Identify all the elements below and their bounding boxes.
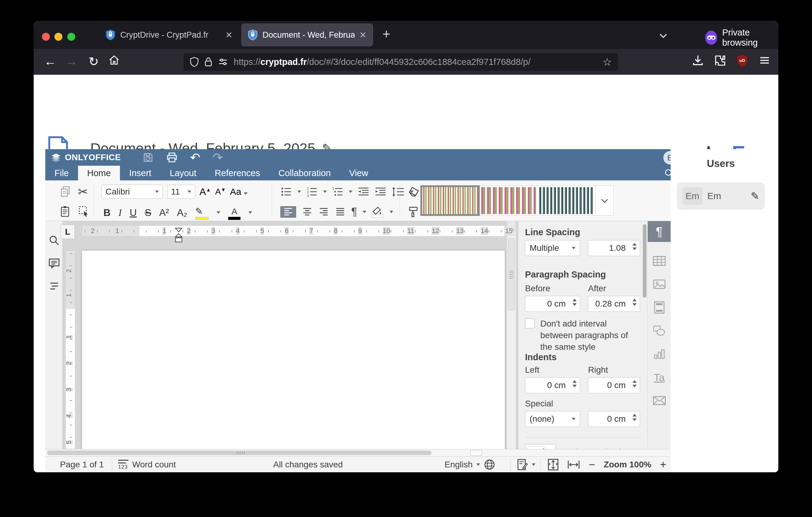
copy-style-button[interactable]	[408, 206, 419, 218]
subscript-button[interactable]: A₂	[177, 207, 187, 218]
justify-button[interactable]	[335, 207, 346, 217]
numbered-list-button[interactable]: 123	[306, 186, 318, 197]
align-right-button[interactable]	[318, 207, 329, 217]
special-select[interactable]: (none)	[525, 411, 580, 427]
user-card[interactable]: Em Em ✎	[677, 182, 765, 210]
background-color-swatch[interactable]	[525, 444, 556, 449]
strikethrough-button[interactable]: S	[145, 207, 151, 218]
globe-icon[interactable]	[484, 459, 495, 470]
line-spacing-value-spinner[interactable]: 1.08	[588, 240, 640, 256]
shape-settings-tab[interactable]	[648, 320, 671, 341]
style-preview-2[interactable]	[480, 187, 536, 214]
menu-file[interactable]: File	[45, 166, 78, 181]
decrease-indent-button[interactable]	[357, 186, 370, 197]
menu-layout[interactable]: Layout	[161, 166, 206, 181]
bold-button[interactable]: B	[104, 207, 111, 218]
reload-button[interactable]: ↻	[86, 55, 101, 69]
clear-style-button[interactable]	[408, 186, 420, 197]
permissions-icon[interactable]	[218, 57, 228, 67]
window-minimize-button[interactable]	[55, 33, 62, 41]
superscript-button[interactable]: A²	[159, 207, 169, 218]
ublock-origin-icon[interactable]: uO	[736, 54, 749, 67]
copy-icon[interactable]	[60, 186, 71, 198]
tab-close-icon[interactable]: ✕	[359, 30, 367, 40]
line-spacing-button[interactable]	[392, 186, 405, 197]
highlight-color-button[interactable]: ✎	[195, 206, 209, 220]
forward-button[interactable]: →	[64, 55, 79, 68]
edit-user-pencil-icon[interactable]: ✎	[751, 190, 760, 202]
language-selector[interactable]: English	[444, 457, 495, 472]
underline-button[interactable]: U	[130, 207, 137, 218]
print-icon[interactable]	[166, 152, 178, 163]
increase-indent-button[interactable]	[375, 186, 387, 197]
track-changes-button[interactable]	[517, 457, 535, 472]
mailmerge-settings-tab[interactable]	[648, 390, 671, 411]
menu-view[interactable]: View	[340, 166, 377, 181]
vertical-scroll-thumb[interactable]	[508, 238, 515, 310]
panel-scrollbar[interactable]	[643, 224, 646, 298]
align-left-button[interactable]	[280, 206, 296, 218]
fit-page-button[interactable]	[548, 459, 559, 471]
word-count-button[interactable]: 123 Word count	[118, 457, 176, 472]
back-button[interactable]: ←	[43, 55, 58, 68]
find-icon[interactable]	[48, 235, 60, 246]
paragraph-marks-button[interactable]: ¶	[351, 206, 357, 218]
new-tab-button[interactable]: +	[382, 26, 390, 42]
tab-stop-selector[interactable]: L	[61, 225, 75, 239]
tab-document-active[interactable]: Document - Wed, February 5, 20 ✕	[242, 24, 373, 46]
indent-marker[interactable]	[174, 227, 183, 244]
indent-right-spinner[interactable]: 0 cm	[588, 377, 640, 393]
h-ruler[interactable]: 21123456789101112131415	[82, 225, 505, 237]
paste-icon[interactable]	[60, 205, 71, 217]
spacing-after-spinner[interactable]: 0.28 cm	[588, 296, 640, 312]
menu-references[interactable]: References	[206, 166, 269, 181]
navigation-headings-icon[interactable]	[48, 281, 60, 291]
headerfooter-settings-tab[interactable]	[648, 297, 671, 318]
undo-icon[interactable]: ↶	[190, 151, 200, 164]
window-zoom-button[interactable]	[67, 33, 75, 41]
zoom-out-button[interactable]: −	[589, 458, 595, 471]
menu-home[interactable]: Home	[78, 166, 120, 181]
downloads-icon[interactable]	[692, 54, 704, 67]
spacing-before-spinner[interactable]: 0 cm	[525, 296, 580, 312]
textart-settings-tab[interactable]: Ta	[648, 367, 671, 388]
url-bar[interactable]: https://cryptpad.fr/doc/#/3/doc/edit/ff0…	[183, 53, 618, 71]
tracking-shield-icon[interactable]	[190, 57, 199, 67]
line-spacing-select[interactable]: Multiple	[525, 240, 580, 256]
document-page[interactable]	[82, 250, 505, 449]
paragraph-shading-button[interactable]	[372, 207, 384, 217]
window-close-button[interactable]	[42, 33, 50, 41]
horizontal-scroll-thumb[interactable]	[47, 451, 431, 455]
v-ruler[interactable]: 2112345	[65, 250, 75, 449]
cut-icon[interactable]: ✂	[78, 185, 88, 199]
extensions-puzzle-icon[interactable]	[714, 54, 726, 67]
font-name-select[interactable]: Calibri	[102, 185, 163, 199]
style-preview-3[interactable]	[539, 187, 594, 214]
paragraph-settings-tab[interactable]: ¶	[648, 221, 671, 242]
bullet-list-button[interactable]	[280, 186, 292, 197]
font-size-select[interactable]: 11	[167, 185, 195, 199]
tab-close-icon[interactable]: ✕	[226, 30, 233, 40]
tab-cryptdrive[interactable]: CryptDrive - CryptPad.fr ✕	[99, 24, 239, 46]
url-text[interactable]: https://cryptpad.fr/doc/#/3/doc/edit/ff0…	[234, 57, 597, 67]
table-settings-tab[interactable]	[648, 250, 671, 271]
menu-hamburger-icon[interactable]	[758, 54, 771, 67]
multilevel-list-button[interactable]: 1	[332, 186, 344, 197]
home-button[interactable]	[108, 55, 123, 66]
style-preview-1[interactable]	[422, 187, 478, 214]
comments-icon[interactable]	[48, 258, 60, 269]
zoom-in-button[interactable]: +	[660, 458, 666, 471]
styles-gallery-expand[interactable]	[596, 186, 613, 215]
page-indicator[interactable]: Page 1 of 1	[60, 457, 104, 472]
align-center-button[interactable]	[302, 207, 313, 217]
change-case-button[interactable]: Aa	[230, 187, 248, 197]
vertical-scrollbar[interactable]	[507, 221, 516, 449]
lock-icon[interactable]	[204, 57, 212, 67]
indent-left-spinner[interactable]: 0 cm	[525, 377, 580, 393]
horizontal-scrollbar[interactable]	[45, 449, 671, 456]
interval-checkbox[interactable]	[525, 319, 535, 328]
select-all-icon[interactable]	[78, 205, 89, 217]
redo-icon[interactable]: ↷	[212, 151, 223, 164]
list-tabs-chevron-icon[interactable]	[658, 30, 669, 41]
decrement-font-button[interactable]: A▼	[215, 187, 226, 197]
